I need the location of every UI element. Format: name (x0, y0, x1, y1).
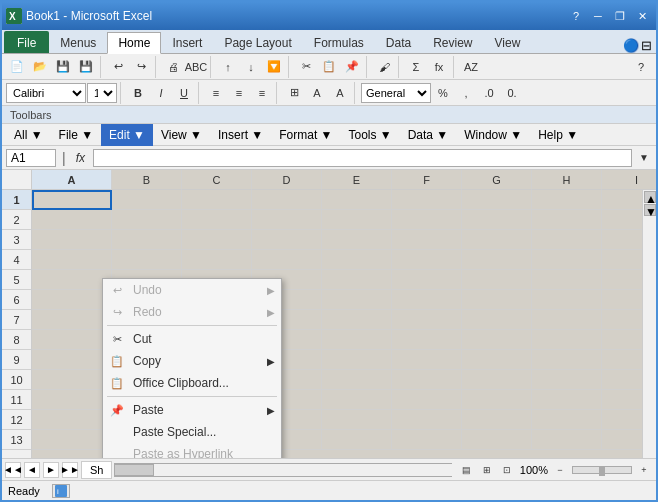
col-header-i[interactable]: I (602, 170, 656, 190)
cell-a1[interactable] (32, 190, 112, 210)
cell-i1[interactable] (602, 190, 642, 210)
copy-button[interactable]: 📋 (318, 56, 340, 78)
menu-view[interactable]: View ▼ (153, 124, 210, 146)
zoom-thumb[interactable] (599, 466, 605, 476)
nav-last-button[interactable]: ►► (62, 462, 78, 478)
tab-file[interactable]: File (4, 31, 49, 53)
menu-item-undo[interactable]: ↩ Undo ▶ (103, 279, 281, 301)
menu-tools[interactable]: Tools ▼ (340, 124, 399, 146)
tab-menus[interactable]: Menus (49, 31, 107, 53)
menu-item-cut[interactable]: ✂ Cut (103, 328, 281, 350)
comma-button[interactable]: , (455, 82, 477, 104)
menu-insert[interactable]: Insert ▼ (210, 124, 271, 146)
normal-view-button[interactable]: ▤ (458, 461, 476, 479)
menu-item-office-clipboard[interactable]: 📋 Office Clipboard... (103, 372, 281, 394)
tab-review[interactable]: Review (422, 31, 483, 53)
menu-help[interactable]: Help ▼ (530, 124, 586, 146)
tab-formulas[interactable]: Formulas (303, 31, 375, 53)
menu-item-paste[interactable]: 📌 Paste ▶ (103, 399, 281, 421)
row-num-4[interactable]: 4 (2, 250, 31, 270)
cell-reference-input[interactable] (6, 149, 56, 167)
bold-button[interactable]: B (127, 82, 149, 104)
filter-button[interactable]: 🔽 (263, 56, 285, 78)
align-left-button[interactable]: ≡ (205, 82, 227, 104)
print-button[interactable]: 🖨 (162, 56, 184, 78)
increase-decimal-button[interactable]: .0 (478, 82, 500, 104)
col-header-d[interactable]: D (252, 170, 322, 190)
cell-c1[interactable] (182, 190, 252, 210)
undo-button[interactable]: ↩ (107, 56, 129, 78)
page-layout-view-button[interactable]: ⊞ (478, 461, 496, 479)
menu-item-copy[interactable]: 📋 Copy ▶ (103, 350, 281, 372)
row-num-3[interactable]: 3 (2, 230, 31, 250)
cell-d1[interactable] (252, 190, 322, 210)
sort-desc-button[interactable]: ↓ (240, 56, 262, 78)
ribbon-expand-icon[interactable]: ⊟ (641, 38, 652, 53)
align-right-button[interactable]: ≡ (251, 82, 273, 104)
menu-file[interactable]: File ▼ (51, 124, 102, 146)
tab-home[interactable]: Home (107, 32, 161, 54)
row-num-9[interactable]: 9 (2, 350, 31, 370)
save-button[interactable]: 💾 (52, 56, 74, 78)
scroll-up-button[interactable]: ▲ (644, 191, 656, 203)
row-num-7[interactable]: 7 (2, 310, 31, 330)
nav-first-button[interactable]: ◄◄ (5, 462, 21, 478)
sheet-tab-sh[interactable]: Sh (81, 461, 112, 479)
function-button[interactable]: fx (428, 56, 450, 78)
menu-edit[interactable]: Edit ▼ (101, 124, 153, 146)
help-toolbar-button[interactable]: ? (630, 56, 652, 78)
menu-window[interactable]: Window ▼ (456, 124, 530, 146)
row-num-10[interactable]: 10 (2, 370, 31, 390)
font-color-button[interactable]: A (329, 82, 351, 104)
scrollbar-thumb[interactable] (114, 464, 154, 476)
row-num-5[interactable]: 5 (2, 270, 31, 290)
minimize-button[interactable]: ─ (588, 7, 608, 25)
borders-button[interactable]: ⊞ (283, 82, 305, 104)
number-format-selector[interactable]: General (361, 83, 431, 103)
sum-button[interactable]: Σ (405, 56, 427, 78)
redo-button[interactable]: ↪ (130, 56, 152, 78)
paste-button[interactable]: 📌 (341, 56, 363, 78)
cut-button[interactable]: ✂ (295, 56, 317, 78)
col-header-f[interactable]: F (392, 170, 462, 190)
sort-asc-button[interactable]: ↑ (217, 56, 239, 78)
new-button[interactable]: 📄 (6, 56, 28, 78)
font-selector[interactable]: Calibri (6, 83, 86, 103)
format-painter-button[interactable]: 🖌 (373, 56, 395, 78)
formula-input[interactable] (93, 149, 632, 167)
col-header-g[interactable]: G (462, 170, 532, 190)
vertical-scrollbar[interactable]: ▲ ▼ (642, 190, 656, 458)
fill-color-button[interactable]: A (306, 82, 328, 104)
underline-button[interactable]: U (173, 82, 195, 104)
cell-e1[interactable] (322, 190, 392, 210)
italic-button[interactable]: I (150, 82, 172, 104)
row-num-6[interactable]: 6 (2, 290, 31, 310)
restore-button[interactable]: ❐ (610, 7, 630, 25)
zoom-in-button[interactable]: + (636, 462, 652, 478)
menu-item-redo[interactable]: ↪ Redo ▶ (103, 301, 281, 323)
cell-g1[interactable] (462, 190, 532, 210)
cell-f1[interactable] (392, 190, 462, 210)
formula-expand-button[interactable]: ▼ (636, 147, 652, 169)
close-button[interactable]: ✕ (632, 7, 652, 25)
help-button[interactable]: ? (566, 7, 586, 25)
zoom-slider[interactable] (572, 466, 632, 474)
col-header-e[interactable]: E (322, 170, 392, 190)
cell-h1[interactable] (532, 190, 602, 210)
spell-check-button[interactable]: ABC (185, 56, 207, 78)
nav-prev-button[interactable]: ◄ (24, 462, 40, 478)
row-num-12[interactable]: 12 (2, 410, 31, 430)
row-num-2[interactable]: 2 (2, 210, 31, 230)
status-icon[interactable]: i (52, 484, 70, 498)
scroll-down-button[interactable]: ▼ (644, 204, 656, 216)
menu-item-paste-special[interactable]: Paste Special... (103, 421, 281, 443)
zoom-out-button[interactable]: − (552, 462, 568, 478)
cell-b1[interactable] (112, 190, 182, 210)
page-break-view-button[interactable]: ⊡ (498, 461, 516, 479)
save-as-button[interactable]: 💾 (75, 56, 97, 78)
tab-data[interactable]: Data (375, 31, 422, 53)
nav-next-button[interactable]: ► (43, 462, 59, 478)
open-button[interactable]: 📂 (29, 56, 51, 78)
row-num-13[interactable]: 13 (2, 430, 31, 450)
horizontal-scrollbar[interactable] (114, 463, 451, 477)
